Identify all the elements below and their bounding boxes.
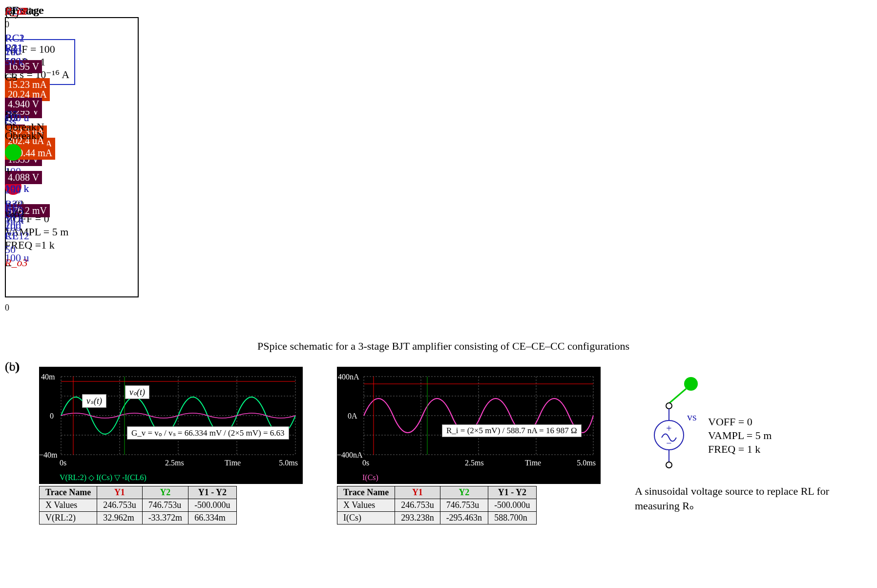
schematic-panel: (a) β_F = 100 β_R = 1 I_s = 10⁻¹⁶ A 20 V… xyxy=(5,5,864,337)
vo-label: vₒ(t) xyxy=(5,207,24,219)
s2-eq: R_i = (2×5 mV) / 588.7 nA = 16 987 Ω xyxy=(442,424,582,437)
svg-point-36 xyxy=(666,462,672,468)
s1-r2c4: 66.334m xyxy=(188,512,237,525)
s2-r2c2: 293.238n xyxy=(395,512,440,525)
svg-line-29 xyxy=(669,389,686,403)
s1-x3: 5.0ms xyxy=(279,459,298,467)
scope1-screen: 40m 0 −40m 0s 2.5ms 5.0ms Time V(RL:2) ◇… xyxy=(39,367,303,484)
s1-r2c1: V(RL:2) xyxy=(40,512,97,525)
vb3: 4.940 V xyxy=(5,98,42,111)
s2-h2: Y1 xyxy=(395,486,440,499)
c3-node: C3 xyxy=(5,71,18,84)
ri3-label: R_i3 xyxy=(5,5,25,18)
s2-r2c1: I(Cs) xyxy=(337,512,395,525)
c-voff: VOFF = 0 xyxy=(708,416,752,428)
s1-ymax: 40m xyxy=(41,373,55,381)
s1-r2c3: -33.372m xyxy=(142,512,188,525)
s2-r1c2: 246.753u xyxy=(395,499,440,512)
probe-output-icon xyxy=(5,144,21,161)
svg-point-28 xyxy=(684,377,698,391)
s1-x1: 0s xyxy=(60,459,66,467)
scope2: 400nA 0A −400nA 0s 2.5ms 5.0ms Time I(Cs… xyxy=(337,367,601,525)
vo-minus: − xyxy=(5,259,12,273)
simulation-panel: (b) (c) xyxy=(5,359,864,588)
svg-point-30 xyxy=(666,403,672,409)
s2-h3: Y2 xyxy=(440,486,488,499)
s2-ymin: −400nA xyxy=(337,451,363,460)
s1-r1c4: -500.000u xyxy=(188,499,237,512)
s1-h2: Y1 xyxy=(97,486,143,499)
s2-yzero: 0A xyxy=(348,412,357,420)
s1-r2c2: 32.962m xyxy=(97,512,143,525)
s1-x2: 2.5ms xyxy=(165,459,184,467)
scope1: 40m 0 −40m 0s 2.5ms 5.0ms Time V(RL:2) ◇… xyxy=(39,367,303,525)
part-c-label: (c) xyxy=(5,359,19,374)
s2-xlabel: Time xyxy=(525,459,541,467)
s2-x3: 5.0ms xyxy=(577,459,596,467)
s1-h1: Trace Name xyxy=(40,486,97,499)
svg-text:+: + xyxy=(666,423,671,434)
s2-ymax: 400nA xyxy=(338,373,359,381)
scope2-screen: 400nA 0A −400nA 0s 2.5ms 5.0ms Time I(Cs… xyxy=(337,367,601,484)
s1-legend: V(RL:2) ◇ I(Cs) ▽ -I(CL6) xyxy=(60,473,146,482)
s2-h4: Y1 - Y2 xyxy=(488,486,537,499)
s1-r1c3: 746.753u xyxy=(142,499,188,512)
q3-model: QbreakN xyxy=(5,129,44,142)
r31-name: R31 xyxy=(5,42,23,54)
c-freq: FREQ = 1 k xyxy=(708,443,760,456)
scope2-table: Trace Name Y1 Y2 Y1 - Y2 X Values 246.75… xyxy=(337,486,537,525)
q3-name: Q3 xyxy=(5,111,18,124)
caption-a: PSpice schematic for a 3-stage BJT ampli… xyxy=(5,340,877,353)
s1-eq: G_v = vₒ / vₛ = 66.334 mV / (2×5 mV) = 6… xyxy=(127,426,289,440)
s2-r1c1: X Values xyxy=(337,499,395,512)
s1-h3: Y2 xyxy=(142,486,188,499)
s2-r1c3: 746.753u xyxy=(440,499,488,512)
s2-x1: 0s xyxy=(362,459,369,467)
s1-r1c1: X Values xyxy=(40,499,97,512)
s1-ymin: −40m xyxy=(39,451,57,460)
s1-yzero: 0 xyxy=(50,412,54,420)
s1-xlabel: Time xyxy=(225,459,241,467)
scope1-table: Trace Name Y1 Y2 Y1 - Y2 X Values 246.75… xyxy=(39,486,237,525)
s2-r2c4: 588.700n xyxy=(488,512,537,525)
c-vs: vs xyxy=(687,411,697,423)
s2-r1c4: -500.000u xyxy=(488,499,537,512)
ground-zero: 0 xyxy=(5,303,9,313)
s1-h4: Y1 - Y2 xyxy=(188,486,237,499)
s1-r1c2: 246.753u xyxy=(97,499,143,512)
s2-h1: Trace Name xyxy=(337,486,395,499)
s2-r2c3: -295.463n xyxy=(440,512,488,525)
c-vampl: VAMPL = 5 m xyxy=(708,429,772,442)
s2-x2: 2.5ms xyxy=(465,459,484,467)
s2-legend: I(Cs) xyxy=(362,473,378,482)
s1-vs-overlay: vₛ(t) xyxy=(82,394,106,408)
re12-val: 50 xyxy=(5,243,16,256)
svg-text:−: − xyxy=(666,438,671,448)
vo-plus: + xyxy=(5,164,12,179)
s1-vo-overlay: vₒ(t) xyxy=(125,385,149,399)
r31-val: 50 k xyxy=(5,55,24,68)
caption-c: A sinusoidal voltage source to replace R… xyxy=(635,484,840,513)
